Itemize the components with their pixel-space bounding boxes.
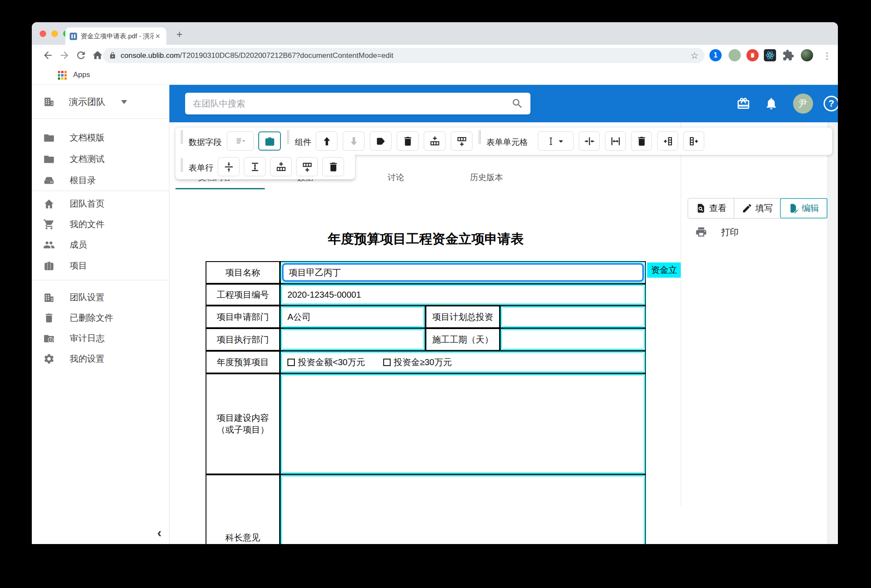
back-icon[interactable] <box>42 50 54 61</box>
apps-grid-icon[interactable] <box>58 71 67 80</box>
tab-close-icon[interactable]: × <box>155 32 160 41</box>
url-path: /T20190310DC85/D202007212B67?documentCon… <box>180 51 393 60</box>
sidebar-item-my-settings[interactable]: 我的设置 <box>32 348 169 369</box>
search-icon[interactable] <box>511 97 523 110</box>
trash-icon <box>43 312 55 324</box>
user-avatar[interactable]: 尹 <box>793 94 813 114</box>
selected-field-value[interactable]: 项目甲乙丙丁 <box>282 263 644 282</box>
gift-icon[interactable] <box>736 97 750 111</box>
sidebar-item-deleted-files[interactable]: 已删除文件 <box>32 307 169 328</box>
tab-discussion[interactable]: 讨论 <box>351 166 441 185</box>
form-label-annual-budget: 年度预算项目 <box>206 351 280 373</box>
team-search[interactable] <box>185 93 530 114</box>
home-nav-icon[interactable] <box>92 50 103 61</box>
component-move-down-button[interactable] <box>343 131 365 151</box>
lock-icon <box>109 52 116 59</box>
profile-avatar[interactable] <box>801 49 813 61</box>
data-field-tag[interactable]: 资金立 <box>647 262 681 278</box>
form-cell-construction-period[interactable] <box>500 328 646 351</box>
merge-rows-button[interactable] <box>218 157 240 176</box>
row-height-button[interactable] <box>244 157 266 176</box>
split-cells-button[interactable] <box>605 131 626 151</box>
sidebar-divider <box>32 191 169 191</box>
extension-green-icon[interactable] <box>729 49 741 61</box>
form-cell-apply-dept[interactable]: A公司 <box>280 306 425 328</box>
checkbox-icon[interactable] <box>287 359 295 366</box>
component-tag-button[interactable] <box>370 131 392 151</box>
forward-icon[interactable] <box>59 50 70 61</box>
sidebar-item-doc-templates[interactable]: 文档模版 <box>32 127 169 148</box>
insert-row-below-button[interactable] <box>296 157 318 176</box>
gear-icon <box>43 353 55 365</box>
sidebar-item-members[interactable]: 成员 <box>32 234 169 255</box>
sidebar-item-team-home[interactable]: 团队首页 <box>32 193 169 214</box>
browser-menu-icon[interactable]: ⋮ <box>821 50 833 63</box>
sidebar-item-team-settings[interactable]: 团队设置 <box>32 287 169 308</box>
audit-log-icon <box>43 333 55 344</box>
team-switcher[interactable]: 演示团队 <box>32 85 169 119</box>
field-value[interactable] <box>502 330 644 349</box>
toolbar-group-components: 组件 <box>295 137 311 148</box>
sidebar-item-doc-test[interactable]: 文档测试 <box>32 148 169 169</box>
fill-mode-button[interactable]: 填写 <box>734 198 780 218</box>
add-column-right-button[interactable] <box>683 131 704 151</box>
view-mode-button[interactable]: 查看 <box>688 198 734 218</box>
checkbox-icon[interactable] <box>383 359 391 366</box>
cell-cursor-dropdown[interactable] <box>538 131 574 151</box>
sidebar-item-projects[interactable]: 项目 <box>32 255 169 276</box>
field-briefcase-button[interactable] <box>258 131 281 151</box>
checkbox-option-1[interactable]: 投资金额<30万元 <box>287 356 365 368</box>
merge-cells-button[interactable] <box>579 131 600 151</box>
form-cell-project-name[interactable]: 项目甲乙丙丁 <box>280 261 646 284</box>
bookmark-star-icon[interactable]: ☆ <box>690 50 699 61</box>
field-value[interactable]: 2020-12345-00001 <box>282 286 644 303</box>
active-tab-underline <box>176 188 265 189</box>
field-value[interactable] <box>282 330 423 349</box>
apps-bookmark[interactable]: Apps <box>73 71 90 79</box>
insert-table-above-button[interactable] <box>424 131 446 151</box>
sidebar-item-audit-log[interactable]: 审计日志 <box>32 328 169 349</box>
bell-icon[interactable] <box>764 97 778 111</box>
sidebar-collapse-chevron[interactable]: ‹ <box>157 525 162 540</box>
tab-history[interactable]: 历史版本 <box>441 166 532 185</box>
sidebar-item-root-dir[interactable]: 根目录 <box>32 170 169 191</box>
form-cell-section-chief-opinion[interactable] <box>280 474 646 544</box>
field-value[interactable] <box>282 376 644 472</box>
form-cell-total-investment[interactable] <box>500 306 646 328</box>
form-cell-construction-content[interactable] <box>280 373 646 474</box>
print-button[interactable]: 打印 <box>681 222 827 242</box>
field-value[interactable]: A公司 <box>282 308 423 326</box>
form-cell-project-number[interactable]: 2020-12345-00001 <box>280 284 646 306</box>
delete-row-button[interactable] <box>322 157 344 176</box>
cell-delete-button[interactable] <box>631 131 652 151</box>
search-input[interactable] <box>193 99 511 109</box>
extensions-puzzle-icon[interactable] <box>782 49 794 61</box>
help-icon[interactable]: ? <box>824 96 838 111</box>
checkbox-option-2[interactable]: 投资金≥30万元 <box>383 356 452 368</box>
field-value[interactable] <box>502 308 644 326</box>
scrollbar-track[interactable] <box>827 122 838 544</box>
new-tab-button[interactable]: + <box>176 29 182 40</box>
insert-table-below-button[interactable] <box>451 131 473 151</box>
edit-mode-button[interactable]: 编辑 <box>780 198 827 218</box>
sidebar-item-my-files[interactable]: 我的文件 <box>32 214 169 235</box>
field-value[interactable] <box>282 477 644 544</box>
address-bar[interactable]: console.ublib.com/T20190310DC85/D2020072… <box>103 48 705 63</box>
add-column-left-button[interactable] <box>657 131 678 151</box>
app-area: 演示团队 文档模版 文档测试 根目录 团队首页 我的 <box>32 85 838 544</box>
browser-tab[interactable]: 资金立项申请表.pdf - 演示团队 × <box>65 27 166 45</box>
extension-red-icon[interactable] <box>746 49 759 61</box>
component-move-up-button[interactable] <box>316 131 338 151</box>
form-cell-exec-dept[interactable] <box>280 328 425 351</box>
component-delete-button[interactable] <box>397 131 419 151</box>
close-window-button[interactable] <box>40 30 46 37</box>
chevron-down-icon <box>121 100 127 107</box>
react-devtools-icon[interactable] <box>764 49 776 61</box>
password-extension-icon[interactable]: 1 <box>709 49 722 61</box>
form-cell-annual-budget[interactable]: 投资金额<30万元 投资金≥30万元 <box>280 351 646 373</box>
minimize-window-button[interactable] <box>51 30 58 37</box>
reload-icon[interactable] <box>75 50 87 61</box>
print-label: 打印 <box>721 226 739 238</box>
insert-row-above-button[interactable] <box>270 157 292 176</box>
field-list-dropdown[interactable] <box>227 131 254 151</box>
